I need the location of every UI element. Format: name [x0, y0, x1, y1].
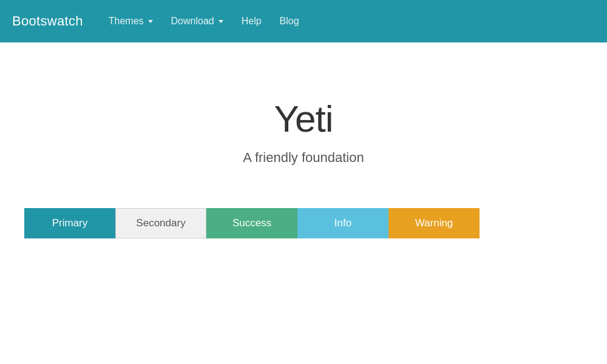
nav-links: Themes Download Help Blog [101, 11, 307, 32]
btn-secondary[interactable]: Secondary [115, 208, 206, 238]
nav-themes[interactable]: Themes [101, 11, 160, 32]
theme-title: Yeti [274, 97, 333, 140]
btn-warning[interactable]: Warning [388, 208, 480, 238]
btn-primary[interactable]: Primary [24, 208, 115, 238]
navbar-brand[interactable]: Bootswatch [12, 13, 83, 29]
theme-subtitle: A friendly foundation [243, 150, 364, 166]
btn-info[interactable]: Info [297, 208, 388, 238]
nav-help[interactable]: Help [234, 11, 269, 32]
nav-blog[interactable]: Blog [273, 11, 307, 32]
btn-success[interactable]: Success [206, 208, 297, 238]
navbar: Bootswatch Themes Download Help Blog [0, 0, 607, 42]
main-content: Yeti A friendly foundation Primary Secon… [0, 42, 607, 238]
download-caret-icon [219, 20, 223, 23]
themes-caret-icon [148, 20, 153, 23]
nav-download[interactable]: Download [164, 11, 231, 32]
buttons-row: Primary Secondary Success Info Warning [24, 208, 480, 238]
